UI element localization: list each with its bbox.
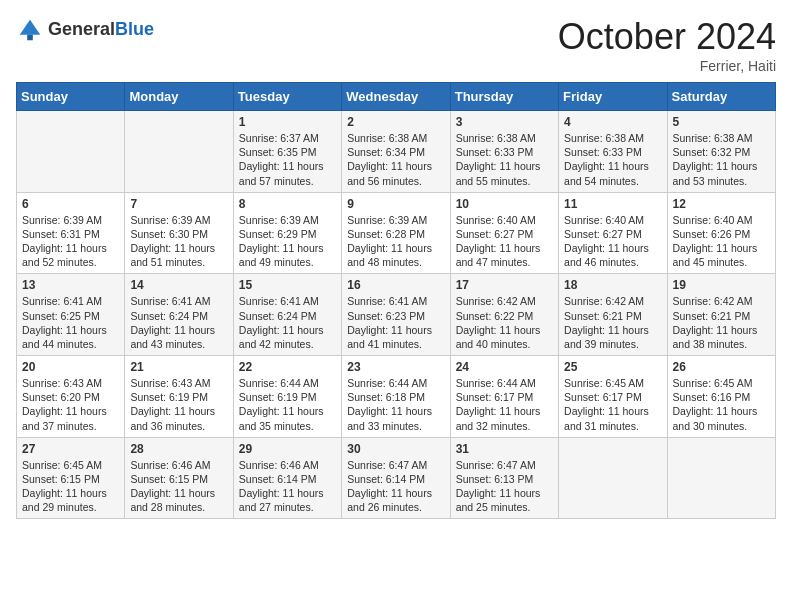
sunrise-text: Sunrise: 6:43 AM — [22, 377, 102, 389]
sunset-text: Sunset: 6:30 PM — [130, 228, 208, 240]
daylight-text: Daylight: 11 hours and 42 minutes. — [239, 324, 324, 350]
sunrise-text: Sunrise: 6:42 AM — [456, 295, 536, 307]
cell-content: Sunrise: 6:39 AM Sunset: 6:30 PM Dayligh… — [130, 213, 227, 270]
calendar-header-wednesday: Wednesday — [342, 83, 450, 111]
daylight-text: Daylight: 11 hours and 46 minutes. — [564, 242, 649, 268]
day-number: 31 — [456, 442, 553, 456]
sunset-text: Sunset: 6:13 PM — [456, 473, 534, 485]
cell-content: Sunrise: 6:41 AM Sunset: 6:23 PM Dayligh… — [347, 294, 444, 351]
sunrise-text: Sunrise: 6:42 AM — [673, 295, 753, 307]
calendar-cell: 18 Sunrise: 6:42 AM Sunset: 6:21 PM Dayl… — [559, 274, 667, 356]
logo-general-text: General — [48, 19, 115, 39]
day-number: 5 — [673, 115, 770, 129]
sunrise-text: Sunrise: 6:38 AM — [564, 132, 644, 144]
month-title: October 2024 — [558, 16, 776, 58]
sunrise-text: Sunrise: 6:37 AM — [239, 132, 319, 144]
daylight-text: Daylight: 11 hours and 27 minutes. — [239, 487, 324, 513]
day-number: 15 — [239, 278, 336, 292]
sunrise-text: Sunrise: 6:44 AM — [456, 377, 536, 389]
day-number: 12 — [673, 197, 770, 211]
cell-content: Sunrise: 6:39 AM Sunset: 6:28 PM Dayligh… — [347, 213, 444, 270]
cell-content: Sunrise: 6:46 AM Sunset: 6:15 PM Dayligh… — [130, 458, 227, 515]
calendar-cell — [559, 437, 667, 519]
location: Ferrier, Haiti — [558, 58, 776, 74]
calendar-header-thursday: Thursday — [450, 83, 558, 111]
calendar-cell: 21 Sunrise: 6:43 AM Sunset: 6:19 PM Dayl… — [125, 356, 233, 438]
daylight-text: Daylight: 11 hours and 40 minutes. — [456, 324, 541, 350]
calendar-week-row: 13 Sunrise: 6:41 AM Sunset: 6:25 PM Dayl… — [17, 274, 776, 356]
sunset-text: Sunset: 6:32 PM — [673, 146, 751, 158]
calendar-cell: 6 Sunrise: 6:39 AM Sunset: 6:31 PM Dayli… — [17, 192, 125, 274]
daylight-text: Daylight: 11 hours and 25 minutes. — [456, 487, 541, 513]
calendar-cell: 28 Sunrise: 6:46 AM Sunset: 6:15 PM Dayl… — [125, 437, 233, 519]
sunset-text: Sunset: 6:17 PM — [456, 391, 534, 403]
calendar-cell: 7 Sunrise: 6:39 AM Sunset: 6:30 PM Dayli… — [125, 192, 233, 274]
daylight-text: Daylight: 11 hours and 43 minutes. — [130, 324, 215, 350]
sunrise-text: Sunrise: 6:41 AM — [239, 295, 319, 307]
calendar-week-row: 20 Sunrise: 6:43 AM Sunset: 6:20 PM Dayl… — [17, 356, 776, 438]
day-number: 21 — [130, 360, 227, 374]
daylight-text: Daylight: 11 hours and 26 minutes. — [347, 487, 432, 513]
day-number: 9 — [347, 197, 444, 211]
cell-content: Sunrise: 6:45 AM Sunset: 6:17 PM Dayligh… — [564, 376, 661, 433]
calendar-header-friday: Friday — [559, 83, 667, 111]
sunrise-text: Sunrise: 6:45 AM — [564, 377, 644, 389]
day-number: 13 — [22, 278, 119, 292]
logo-blue-text: Blue — [115, 19, 154, 39]
cell-content: Sunrise: 6:41 AM Sunset: 6:25 PM Dayligh… — [22, 294, 119, 351]
day-number: 26 — [673, 360, 770, 374]
logo-icon — [16, 16, 44, 44]
day-number: 18 — [564, 278, 661, 292]
daylight-text: Daylight: 11 hours and 57 minutes. — [239, 160, 324, 186]
sunset-text: Sunset: 6:19 PM — [130, 391, 208, 403]
calendar-cell: 31 Sunrise: 6:47 AM Sunset: 6:13 PM Dayl… — [450, 437, 558, 519]
day-number: 24 — [456, 360, 553, 374]
sunset-text: Sunset: 6:15 PM — [22, 473, 100, 485]
calendar-cell: 12 Sunrise: 6:40 AM Sunset: 6:26 PM Dayl… — [667, 192, 775, 274]
daylight-text: Daylight: 11 hours and 48 minutes. — [347, 242, 432, 268]
calendar-header-saturday: Saturday — [667, 83, 775, 111]
sunset-text: Sunset: 6:33 PM — [456, 146, 534, 158]
sunrise-text: Sunrise: 6:40 AM — [673, 214, 753, 226]
calendar-week-row: 6 Sunrise: 6:39 AM Sunset: 6:31 PM Dayli… — [17, 192, 776, 274]
cell-content: Sunrise: 6:44 AM Sunset: 6:17 PM Dayligh… — [456, 376, 553, 433]
calendar-cell: 2 Sunrise: 6:38 AM Sunset: 6:34 PM Dayli… — [342, 111, 450, 193]
calendar-cell: 10 Sunrise: 6:40 AM Sunset: 6:27 PM Dayl… — [450, 192, 558, 274]
day-number: 8 — [239, 197, 336, 211]
calendar-cell: 14 Sunrise: 6:41 AM Sunset: 6:24 PM Dayl… — [125, 274, 233, 356]
cell-content: Sunrise: 6:38 AM Sunset: 6:34 PM Dayligh… — [347, 131, 444, 188]
cell-content: Sunrise: 6:41 AM Sunset: 6:24 PM Dayligh… — [239, 294, 336, 351]
sunset-text: Sunset: 6:14 PM — [347, 473, 425, 485]
daylight-text: Daylight: 11 hours and 29 minutes. — [22, 487, 107, 513]
cell-content: Sunrise: 6:46 AM Sunset: 6:14 PM Dayligh… — [239, 458, 336, 515]
calendar-cell: 4 Sunrise: 6:38 AM Sunset: 6:33 PM Dayli… — [559, 111, 667, 193]
daylight-text: Daylight: 11 hours and 37 minutes. — [22, 405, 107, 431]
sunrise-text: Sunrise: 6:46 AM — [239, 459, 319, 471]
calendar-cell: 11 Sunrise: 6:40 AM Sunset: 6:27 PM Dayl… — [559, 192, 667, 274]
cell-content: Sunrise: 6:39 AM Sunset: 6:31 PM Dayligh… — [22, 213, 119, 270]
calendar-cell: 24 Sunrise: 6:44 AM Sunset: 6:17 PM Dayl… — [450, 356, 558, 438]
sunrise-text: Sunrise: 6:44 AM — [239, 377, 319, 389]
sunset-text: Sunset: 6:17 PM — [564, 391, 642, 403]
sunset-text: Sunset: 6:29 PM — [239, 228, 317, 240]
calendar-cell: 3 Sunrise: 6:38 AM Sunset: 6:33 PM Dayli… — [450, 111, 558, 193]
calendar-cell: 27 Sunrise: 6:45 AM Sunset: 6:15 PM Dayl… — [17, 437, 125, 519]
day-number: 7 — [130, 197, 227, 211]
sunrise-text: Sunrise: 6:44 AM — [347, 377, 427, 389]
cell-content: Sunrise: 6:38 AM Sunset: 6:33 PM Dayligh… — [456, 131, 553, 188]
sunset-text: Sunset: 6:21 PM — [564, 310, 642, 322]
sunrise-text: Sunrise: 6:45 AM — [22, 459, 102, 471]
sunrise-text: Sunrise: 6:41 AM — [22, 295, 102, 307]
daylight-text: Daylight: 11 hours and 35 minutes. — [239, 405, 324, 431]
cell-content: Sunrise: 6:43 AM Sunset: 6:20 PM Dayligh… — [22, 376, 119, 433]
cell-content: Sunrise: 6:42 AM Sunset: 6:22 PM Dayligh… — [456, 294, 553, 351]
day-number: 27 — [22, 442, 119, 456]
sunrise-text: Sunrise: 6:45 AM — [673, 377, 753, 389]
calendar-cell — [667, 437, 775, 519]
sunrise-text: Sunrise: 6:43 AM — [130, 377, 210, 389]
sunset-text: Sunset: 6:24 PM — [239, 310, 317, 322]
sunrise-text: Sunrise: 6:39 AM — [347, 214, 427, 226]
sunrise-text: Sunrise: 6:38 AM — [673, 132, 753, 144]
sunset-text: Sunset: 6:19 PM — [239, 391, 317, 403]
cell-content: Sunrise: 6:44 AM Sunset: 6:18 PM Dayligh… — [347, 376, 444, 433]
